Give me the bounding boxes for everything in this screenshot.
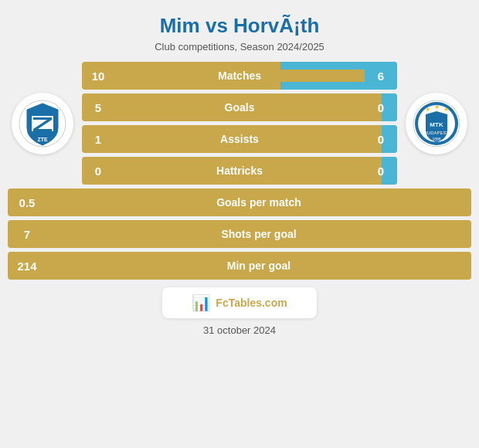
bottom-section: 0.5 Goals per match 7 Shots per goal 214… [0, 188, 479, 280]
goals-per-match-label: Goals per match [46, 196, 471, 209]
matches-left-val: 10 [82, 70, 114, 83]
assists-right-val: 0 [365, 133, 397, 146]
stat-row-matches: 10 Matches 6 [82, 62, 397, 90]
shots-per-goal-val: 7 [8, 228, 46, 241]
page-wrapper: Mim vs HorvÃ¡th Club competitions, Seaso… [0, 0, 479, 448]
stat-row-min-per-goal: 214 Min per goal [8, 252, 471, 280]
svg-text:1888: 1888 [432, 137, 440, 141]
zte-logo-circle: ZTE [12, 93, 73, 154]
fctables-text: FcTables.com [216, 297, 287, 309]
svg-text:BUDAPEST: BUDAPEST [424, 131, 450, 135]
hattricks-right-val: 0 [365, 165, 397, 178]
goals-per-match-val: 0.5 [8, 196, 46, 209]
stat-row-goals: 5 Goals 0 [82, 93, 397, 121]
match-title: Mim vs HorvÃ¡th [160, 14, 320, 38]
shots-per-goal-label: Shots per goal [46, 228, 471, 240]
goals-left-val: 5 [82, 101, 114, 114]
team-logo-right: ★ ★ ★ MTK BUDAPEST 1888 [402, 93, 471, 154]
svg-text:★: ★ [443, 106, 449, 113]
fctables-icon: 📊 [192, 294, 211, 312]
matches-label: Matches [114, 70, 365, 82]
fctables-banner: 📊 FcTables.com [162, 287, 317, 318]
min-per-goal-label: Min per goal [46, 260, 471, 272]
svg-text:MTK: MTK [430, 121, 443, 128]
hattricks-left-val: 0 [82, 165, 114, 178]
goals-right-val: 0 [365, 101, 397, 114]
assists-left-val: 1 [82, 133, 114, 146]
match-subtitle: Club competitions, Season 2024/2025 [155, 41, 324, 53]
stat-row-hattricks: 0 Hattricks 0 [82, 157, 397, 185]
fctables-brand: FcTables.com [216, 297, 287, 309]
assists-label: Assists [114, 133, 365, 145]
team-logo-left: ZTE [8, 93, 77, 154]
goals-label: Goals [114, 101, 365, 114]
stat-row-shots-per-goal: 7 Shots per goal [8, 220, 471, 248]
hattricks-label: Hattricks [114, 165, 365, 177]
min-per-goal-val: 214 [8, 260, 46, 273]
stat-row-goals-per-match: 0.5 Goals per match [8, 188, 471, 216]
svg-text:★: ★ [425, 106, 430, 113]
svg-text:★: ★ [434, 104, 440, 110]
svg-text:ZTE: ZTE [37, 137, 48, 142]
mtk-logo-circle: ★ ★ ★ MTK BUDAPEST 1888 [406, 93, 467, 154]
stats-section: 10 Matches 6 5 Goals 0 1 Assists 0 [82, 62, 397, 185]
stat-row-assists: 1 Assists 0 [82, 125, 397, 153]
date-footer: 31 october 2024 [203, 324, 276, 336]
main-section: ZTE 10 Matches 6 5 Goals 0 [0, 62, 479, 185]
matches-right-val: 6 [365, 70, 397, 83]
